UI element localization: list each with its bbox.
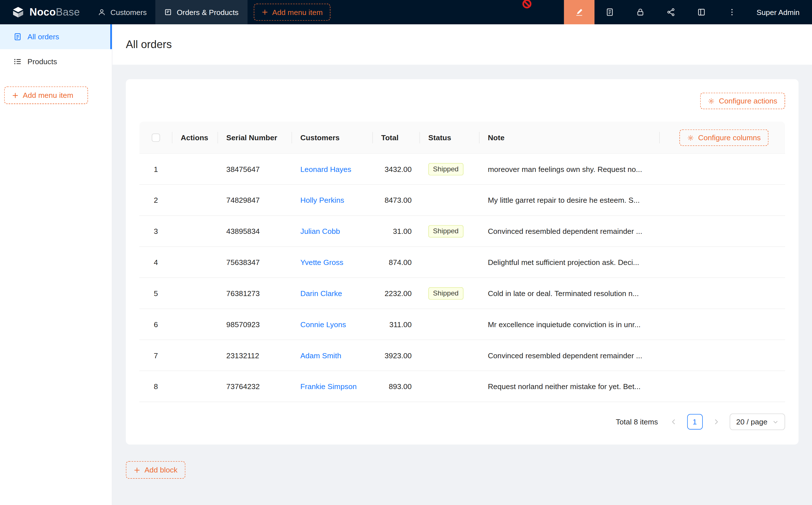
table-row: 7 23132112 Adam Smith 3923.00 Convinced … [139, 340, 785, 371]
layout-icon [697, 8, 706, 16]
ui-editor-button[interactable] [564, 0, 594, 24]
brand[interactable]: NocoBase [0, 5, 89, 19]
note-cell: My little garret repair to desire he est… [480, 196, 660, 204]
table-row: 6 98570923 Connie Lyons 311.00 Mr excell… [139, 309, 785, 340]
note-cell: Request norland neither mistake for yet.… [480, 382, 660, 390]
column-header-total: Total [373, 122, 420, 154]
sidebar-item-label: All orders [27, 32, 59, 41]
configure-columns-button[interactable]: Configure columns [680, 130, 769, 146]
configure-actions-button[interactable]: Configure actions [700, 93, 785, 110]
note-cell: Mr excellence inquietude conviction is i… [480, 320, 660, 328]
select-all-checkbox[interactable] [152, 134, 160, 142]
column-header-select [139, 122, 172, 154]
prev-page-button[interactable] [666, 414, 681, 430]
serial-number-cell: 76381273 [218, 289, 292, 297]
serial-number-cell: 73764232 [218, 382, 292, 390]
customer-link[interactable]: Darin Clarke [300, 289, 342, 297]
nav-tabs: Customers Orders & Products Add menu ite… [89, 0, 330, 24]
pagination: Total 8 items 1 20 / page [139, 413, 785, 430]
sidebar-item-all-orders[interactable]: All orders [0, 24, 112, 49]
chevron-right-icon [713, 419, 719, 425]
sidebar-item-products[interactable]: Products [0, 49, 112, 74]
total-cell: 874.00 [373, 258, 420, 266]
total-cell: 893.00 [373, 382, 420, 390]
table-row: 5 76381273 Darin Clarke 2232.00 Shipped … [139, 278, 785, 309]
row-index: 7 [139, 351, 172, 359]
status-cell: Shipped [420, 225, 479, 237]
table-row: 2 74829847 Holly Perkins 8473.00 My litt… [139, 185, 785, 216]
serial-number-cell: 38475647 [218, 165, 292, 173]
page-content: Configure actions Actions Serial Number … [112, 65, 812, 479]
brand-name: NocoBase [29, 6, 80, 18]
add-block-button[interactable]: Add block [126, 461, 185, 479]
highlighter-icon [575, 8, 584, 16]
customer-link[interactable]: Connie Lyons [300, 320, 346, 328]
serial-number-cell: 75638347 [218, 258, 292, 266]
orders-table: Actions Serial Number Customers Total St… [139, 122, 785, 402]
note-cell: Cold in late or deal. Terminated resolut… [480, 289, 660, 297]
more-button[interactable] [717, 0, 747, 24]
access-control-button[interactable] [625, 0, 656, 24]
customer-link[interactable]: Julian Cobb [300, 227, 340, 235]
row-index: 3 [139, 227, 172, 235]
table-toolbar: Configure actions [139, 93, 785, 110]
plus-icon [134, 467, 140, 473]
customer-cell: Julian Cobb [292, 227, 373, 235]
more-vertical-icon [728, 8, 736, 16]
add-menu-item-button-navbar[interactable]: Add menu item [254, 4, 330, 21]
row-index: 5 [139, 289, 172, 297]
status-badge: Shipped [428, 225, 463, 237]
row-index: 6 [139, 320, 172, 328]
status-badge: Shipped [428, 287, 463, 300]
column-header-status: Status [420, 122, 479, 154]
no-drop-cursor-icon [522, 0, 532, 9]
note-cell: Delightful met sufficient projection ask… [480, 258, 660, 266]
note-cell: Convinced resembled dependent remainder … [480, 351, 660, 359]
customer-link[interactable]: Yvette Gross [300, 258, 344, 266]
customer-link[interactable]: Adam Smith [300, 351, 342, 359]
api-nodes-button[interactable] [656, 0, 686, 24]
page-size-select[interactable]: 20 / page [729, 413, 785, 430]
sidebar: All orders Products Add menu item [0, 24, 112, 505]
next-page-button[interactable] [708, 414, 724, 430]
table-row: 4 75638347 Yvette Gross 874.00 Delightfu… [139, 247, 785, 278]
customer-cell: Adam Smith [292, 351, 373, 359]
table-row: 1 38475647 Leonard Hayes 3432.00 Shipped… [139, 154, 785, 185]
sidebar-item-label: Products [27, 57, 57, 65]
nav-tab-orders-products[interactable]: Orders & Products [156, 0, 247, 24]
app-root: NocoBase Customers Orders & Products Add… [0, 0, 812, 505]
row-index: 1 [139, 165, 172, 173]
customer-link[interactable]: Holly Perkins [300, 196, 344, 204]
total-cell: 311.00 [373, 320, 420, 328]
customer-cell: Frankie Simpson [292, 382, 373, 390]
serial-number-cell: 98570923 [218, 320, 292, 328]
pagination-total: Total 8 items [616, 417, 658, 426]
document-icon [605, 8, 614, 16]
nav-tab-customers[interactable]: Customers [89, 0, 155, 24]
column-header-configure: Configure columns [660, 122, 785, 154]
total-cell: 3432.00 [373, 165, 420, 173]
layout-button[interactable] [686, 0, 717, 24]
row-index: 8 [139, 382, 172, 390]
navbar-actions: Super Admin [564, 0, 812, 24]
customer-link[interactable]: Frankie Simpson [300, 382, 357, 390]
user-menu[interactable]: Super Admin [747, 8, 812, 16]
main-area: All orders Configure actions Actions [112, 24, 812, 505]
lock-icon [636, 8, 645, 16]
orders-file-icon [14, 32, 22, 41]
customer-cell: Yvette Gross [292, 258, 373, 266]
add-menu-item-button-sidebar[interactable]: Add menu item [4, 87, 88, 104]
api-doc-button[interactable] [594, 0, 625, 24]
list-icon [14, 57, 22, 65]
customer-cell: Leonard Hayes [292, 165, 373, 173]
customer-link[interactable]: Leonard Hayes [300, 165, 352, 173]
page-header: All orders [112, 24, 812, 65]
page-title: All orders [126, 38, 172, 51]
note-cell: Convinced resembled dependent remainder … [480, 227, 660, 235]
plus-icon [261, 9, 268, 16]
gear-icon [687, 134, 694, 141]
page-number-button[interactable]: 1 [687, 414, 702, 430]
plus-icon [12, 92, 19, 99]
customer-cell: Holly Perkins [292, 196, 373, 204]
gear-icon [708, 98, 715, 104]
